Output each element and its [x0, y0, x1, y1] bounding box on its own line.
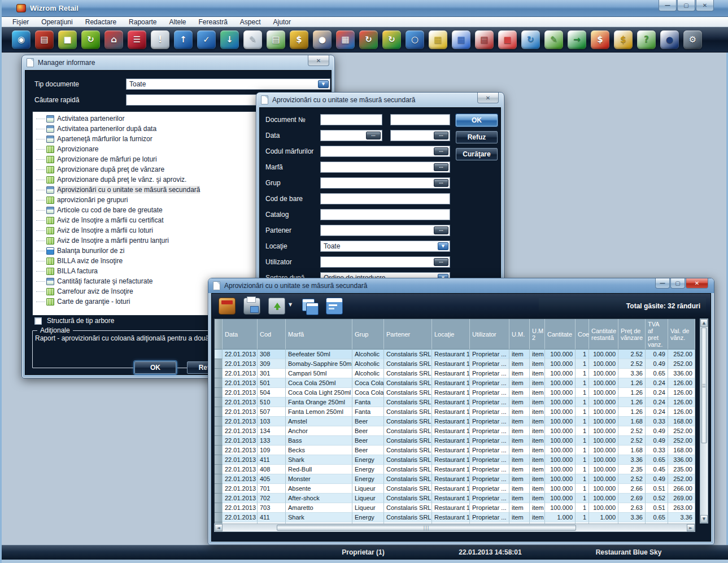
row-header-cell[interactable] — [215, 398, 223, 407]
filter-input[interactable]: ... — [320, 162, 450, 173]
table-row[interactable]: 22.01.2013109BecksBeerConstalaris SRLRes… — [215, 446, 695, 455]
table-row[interactable]: 22.01.2013504Coca Cola Light 250mlCoca C… — [215, 388, 695, 398]
message-icon[interactable]: ☰ — [128, 30, 146, 49]
filter-input[interactable]: ... — [320, 225, 450, 236]
user-doc-icon[interactable]: ● — [660, 30, 679, 49]
attach-doc-icon[interactable]: ✎ — [544, 30, 563, 49]
ellipsis-button[interactable]: ... — [434, 226, 448, 234]
ellipsis-button[interactable]: ... — [434, 179, 448, 187]
box-in-icon[interactable]: ↓ — [220, 30, 239, 49]
table-row[interactable]: 22.01.2013103AmstelBeerConstalaris SRLRe… — [215, 417, 695, 426]
table-row[interactable]: 22.01.2013510Fanta Orange 250mlFantaCons… — [215, 398, 695, 407]
filter-select[interactable]: Toate▼ — [320, 241, 450, 252]
export-icon[interactable] — [268, 298, 285, 315]
alarm-coins-icon[interactable]: $ — [591, 30, 609, 49]
ok-button[interactable]: OK — [134, 361, 176, 374]
box-check-icon[interactable]: ✓ — [197, 30, 216, 49]
search-user-icon[interactable]: ○ — [406, 30, 424, 49]
refresh-stock-icon[interactable]: ↻ — [81, 30, 100, 49]
row-header-cell[interactable] — [215, 417, 223, 426]
partners-sync-icon[interactable]: ↻ — [359, 30, 378, 49]
row-header-cell[interactable] — [215, 359, 223, 369]
column-header-valdevnz[interactable]: Val. de vănz. — [668, 319, 695, 350]
scroll-right-icon[interactable]: ► — [687, 524, 695, 531]
filter-input[interactable] — [320, 114, 382, 125]
close-icon[interactable]: ✕ — [477, 93, 499, 103]
menu-item-rapoarte[interactable]: Rapoarte — [123, 18, 163, 26]
menu-item-ajutor[interactable]: Ajutor — [267, 18, 297, 26]
row-header-cell[interactable] — [215, 426, 223, 436]
filter-input[interactable]: ... — [320, 130, 382, 141]
maximize-icon[interactable]: ▢ — [670, 278, 685, 289]
table-row[interactable]: 22.01.2013133BassBeerConstalaris SRLRest… — [215, 436, 695, 446]
exit-icon[interactable] — [219, 298, 236, 315]
manager-title-bar[interactable]: Manager informare — [22, 55, 334, 70]
table-row[interactable]: 22.01.2013501Coca Cola 250mlCoca ColaCon… — [215, 378, 695, 388]
table-row[interactable]: 22.01.2013301Campari 50mlAlcoholicConsta… — [215, 369, 695, 378]
table-row[interactable]: 22.01.2013703AmarettoLiqueurConstalaris … — [215, 503, 695, 513]
menu-item-aspect[interactable]: Aspect — [234, 18, 267, 26]
curare-button[interactable]: Curăţare — [456, 148, 498, 160]
row-header-cell[interactable] — [215, 484, 223, 494]
column-header-um2[interactable]: U.M 2 — [530, 319, 545, 350]
ellipsis-button[interactable]: ... — [434, 258, 448, 266]
row-header-cell[interactable] — [215, 388, 223, 398]
row-header-cell[interactable] — [215, 503, 223, 513]
table-row[interactable]: 22.01.2013507Fanta Lemon 250mlFantaConst… — [215, 407, 695, 417]
row-header-cell[interactable] — [215, 446, 223, 455]
horizontal-scroll-thumb[interactable]: ||| — [277, 525, 576, 531]
row-header-cell[interactable] — [215, 369, 223, 378]
row-header-cell[interactable] — [215, 455, 223, 465]
product-box-icon[interactable]: ■ — [58, 30, 77, 49]
filter-title-bar[interactable]: Aprovizionări cu o unitate se măsură sec… — [256, 93, 504, 107]
power-icon[interactable]: ◉ — [12, 30, 30, 49]
refuz-button[interactable]: Refuz — [456, 131, 498, 143]
column-header-partener[interactable]: Partener — [384, 319, 432, 350]
ellipsis-button[interactable]: ... — [366, 132, 381, 139]
cubes-doc-icon[interactable]: ▦ — [429, 30, 447, 49]
chevron-down-icon[interactable]: ▼ — [289, 302, 292, 307]
vertical-scroll-thumb[interactable]: ☰ — [701, 328, 707, 443]
form-view-icon[interactable] — [326, 298, 343, 315]
row-header-cell[interactable] — [215, 513, 223, 522]
table-row[interactable]: 22.01.2013308Beefeater 50mlAlcoholicCons… — [215, 350, 695, 359]
column-header-data[interactable]: Data — [223, 319, 258, 350]
column-header-cantitate[interactable]: Cantitate — [545, 319, 576, 350]
transfer-doc-icon[interactable]: → — [568, 30, 586, 49]
chevron-down-icon[interactable]: ▼ — [438, 242, 448, 250]
table-row[interactable]: 22.01.2013701AbsenteLiqueurConstalaris S… — [215, 484, 695, 494]
calendar-doc-icon[interactable]: ▦ — [452, 30, 470, 49]
table-row[interactable]: 22.01.2013702After-shockLiqueurConstalar… — [215, 494, 695, 503]
menu-item-fiier[interactable]: Fişier — [6, 18, 35, 26]
settings-gear-icon[interactable]: ⚙ — [683, 30, 702, 49]
menu-item-operaiuni[interactable]: Operaţiuni — [35, 18, 79, 26]
results-title-bar[interactable]: Aprovizionări cu o unitate se măsură sec… — [208, 278, 714, 293]
scroll-left-icon[interactable]: ◄ — [215, 524, 223, 531]
menu-item-fereastr[interactable]: Fereastră — [193, 18, 234, 26]
notebook-icon[interactable]: ▤ — [267, 30, 285, 49]
column-header-locaie[interactable]: Locaţie — [432, 319, 470, 350]
table-row[interactable]: 22.01.2013408Red-BullEnergyConstalaris S… — [215, 465, 695, 474]
menu-item-redactare[interactable]: Redactare — [79, 18, 123, 26]
row-header-cell[interactable] — [215, 378, 223, 388]
coins-doc-icon[interactable]: $ — [614, 30, 633, 49]
recycle-doc-icon[interactable]: ↻ — [521, 30, 540, 49]
table-row[interactable]: 22.01.2013309Bomaby-Sapphire 50mlAlcohol… — [215, 359, 695, 369]
ellipsis-button[interactable]: ... — [434, 132, 448, 139]
user-question-icon[interactable]: ? — [637, 30, 656, 49]
column-header-predevnzare[interactable]: Preţ de vănzare — [618, 319, 646, 350]
employee-icon[interactable]: ● — [313, 30, 332, 49]
columns-icon[interactable] — [301, 298, 318, 315]
table-row[interactable]: 22.01.2013405MonsterEnergyConstalaris SR… — [215, 474, 695, 484]
column-header-grup[interactable]: Grup — [352, 319, 384, 350]
coins-hand-icon[interactable]: $ — [290, 30, 308, 49]
table-row[interactable]: 22.01.2013411SharkEnergyConstalaris SRLR… — [215, 455, 695, 465]
ellipsis-button[interactable]: ... — [434, 147, 448, 155]
box-out-icon[interactable]: ↑ — [174, 30, 193, 49]
filter-input[interactable] — [320, 209, 450, 220]
filter-input[interactable]: ... — [320, 146, 450, 157]
column-header-cod[interactable]: Cod — [258, 319, 286, 350]
scroll-up-icon[interactable]: ▲ — [700, 319, 708, 327]
minimize-icon[interactable]: — — [655, 278, 670, 289]
row-header-cell[interactable] — [215, 407, 223, 417]
